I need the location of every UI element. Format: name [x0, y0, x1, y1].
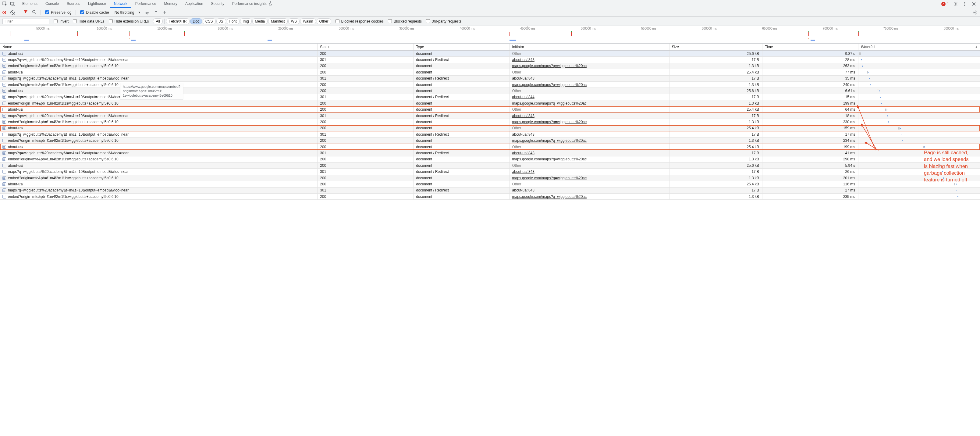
tab-memory[interactable]: Memory — [160, 0, 181, 8]
col-type[interactable]: Type — [414, 43, 509, 51]
initiator-link[interactable]: about-us/:843 — [512, 169, 535, 174]
initiator-link[interactable]: maps.google.com/maps?q=wigglebutts%20ac — [512, 83, 587, 87]
table-row[interactable]: embed?origin=mfe&pb=!1m4!2m1!1swigglebut… — [0, 175, 980, 181]
initiator-link[interactable]: about-us/:843 — [512, 133, 535, 137]
col-status[interactable]: Status — [318, 43, 414, 51]
tab-security[interactable]: Security — [207, 0, 228, 8]
errors-badge[interactable]: ✕1 — [941, 2, 949, 6]
device-toggle-icon[interactable] — [10, 2, 15, 6]
record-button[interactable] — [2, 11, 6, 14]
initiator-link[interactable]: about-us/:844 — [512, 95, 535, 99]
pill-all[interactable]: All — [153, 18, 162, 24]
network-conditions-icon[interactable] — [145, 10, 150, 14]
pill-fetchxhr[interactable]: Fetch/XHR — [166, 18, 189, 24]
table-row[interactable]: about-us/200documentOther25.4 kB159 ms — [0, 125, 980, 131]
table-row[interactable]: embed?origin=mfe&pb=!1m4!2m1!1swigglebut… — [0, 193, 980, 200]
document-icon — [2, 133, 6, 136]
settings-gear-icon[interactable] — [953, 2, 958, 6]
inspect-icon[interactable] — [2, 2, 7, 6]
preserve-log-checkbox[interactable]: Preserve log — [45, 10, 71, 14]
blocked-cookies-checkbox[interactable]: Blocked response cookies — [336, 19, 383, 24]
initiator-link[interactable]: about-us/:843 — [512, 188, 535, 192]
initiator-link[interactable]: maps.google.com/maps?q=wigglebutts%20ac — [512, 101, 587, 105]
initiator-link[interactable]: maps.google.com/maps?q=wigglebutts%20ac — [512, 176, 587, 180]
clear-button[interactable] — [10, 10, 14, 14]
close-devtools-icon[interactable] — [972, 2, 976, 6]
cell-type: document — [414, 193, 509, 200]
initiator-link[interactable]: about-us/:843 — [512, 57, 535, 62]
table-row[interactable]: about-us/200documentOther25.6 kB5.94 s — [0, 163, 980, 169]
hide-data-urls-checkbox[interactable]: Hide data URLs — [73, 19, 105, 24]
hide-extension-urls-checkbox[interactable]: Hide extension URLs — [109, 19, 149, 24]
cell-type: document — [414, 69, 509, 75]
pill-manifest[interactable]: Manifest — [268, 18, 287, 24]
throttling-select[interactable]: No throttling ▼ — [113, 10, 141, 15]
waterfall-bar — [885, 109, 886, 111]
disable-cache-checkbox[interactable]: Disable cache — [80, 10, 109, 14]
pill-img[interactable]: Img — [240, 18, 252, 24]
table-row[interactable]: maps?q=wigglebutts%20academy&t=m&z=10&ou… — [0, 75, 980, 81]
table-row[interactable]: embed?origin=mfe&pb=!1m4!2m1!1swigglebut… — [0, 100, 980, 106]
col-waterfall[interactable]: Waterfall — [858, 43, 980, 51]
pill-wasm[interactable]: Wasm — [300, 18, 316, 24]
table-row[interactable]: maps?q=wigglebutts%20academy&t=m&z=10&ou… — [0, 187, 980, 193]
blocked-requests-checkbox[interactable]: Blocked requests — [388, 19, 422, 24]
document-icon — [2, 70, 6, 74]
initiator-link[interactable]: maps.google.com/maps?q=wigglebutts%20ac — [512, 157, 587, 161]
pill-js[interactable]: JS — [216, 18, 226, 24]
initiator-link[interactable]: maps.google.com/maps?q=wigglebutts%20ac — [512, 120, 587, 124]
initiator-link[interactable]: maps.google.com/maps?q=wigglebutts%20ac — [512, 195, 587, 199]
table-row[interactable]: about-us/200documentOther25.4 kB77 ms — [0, 69, 980, 75]
tab-console[interactable]: Console — [41, 0, 63, 8]
import-har-icon[interactable] — [162, 10, 167, 14]
table-row[interactable]: embed?origin=mfe&pb=!1m4!2m1!1swigglebut… — [0, 137, 980, 144]
third-party-checkbox[interactable]: 3rd-party requests — [426, 19, 461, 24]
invert-checkbox[interactable]: Invert — [54, 19, 68, 24]
search-icon[interactable] — [32, 10, 36, 15]
col-time[interactable]: Time — [762, 43, 858, 51]
table-row[interactable]: embed?origin=mfe&pb=!1m4!2m1!1swigglebut… — [0, 63, 980, 69]
table-row[interactable]: maps?q=wigglebutts%20academy&t=m&z=10&ou… — [0, 112, 980, 118]
tab-application[interactable]: Application — [181, 0, 207, 8]
initiator-link[interactable]: about-us/:843 — [512, 114, 535, 118]
table-row[interactable]: maps?q=wigglebutts%20academy&t=m&z=10&ou… — [0, 150, 980, 156]
tab-lighthouse[interactable]: Lighthouse — [84, 0, 110, 8]
tab-performance[interactable]: Performance — [131, 0, 160, 8]
tab-network[interactable]: Network — [110, 0, 131, 8]
table-row[interactable]: maps?q=wigglebutts%20academy&t=m&z=10&ou… — [0, 131, 980, 137]
table-row[interactable]: about-us/200documentOther25.4 kB199 ms — [0, 144, 980, 150]
tab-sources[interactable]: Sources — [63, 0, 84, 8]
table-row[interactable]: maps?q=wigglebutts%20academy&t=m&z=10&ou… — [0, 57, 980, 63]
blocked-cookies-label: Blocked response cookies — [341, 19, 383, 24]
pill-font[interactable]: Font — [227, 18, 240, 24]
tab-elements[interactable]: Elements — [18, 0, 41, 8]
pill-media[interactable]: Media — [252, 18, 268, 24]
pill-other[interactable]: Other — [317, 18, 331, 24]
initiator-link[interactable]: maps.google.com/maps?q=wigglebutts%20ac — [512, 139, 587, 143]
filter-toggle-icon[interactable] — [24, 10, 28, 15]
tab-performance-insights[interactable]: Performance insights — [228, 0, 276, 8]
pill-ws[interactable]: WS — [288, 18, 299, 24]
request-name: about-us/ — [8, 107, 23, 112]
table-row[interactable]: about-us/200documentOther25.4 kB116 ms — [0, 181, 980, 187]
col-name[interactable]: Name — [0, 43, 318, 51]
pill-doc[interactable]: Doc — [190, 18, 202, 24]
more-menu-icon[interactable] — [963, 2, 967, 6]
network-settings-gear-icon[interactable] — [973, 10, 978, 15]
col-size[interactable]: Size — [669, 43, 762, 51]
table-row[interactable]: embed?origin=mfe&pb=!1m4!2m1!1swigglebut… — [0, 156, 980, 162]
initiator-link[interactable]: about-us/:843 — [512, 151, 535, 155]
table-row[interactable]: embed?origin=mfe&pb=!1m4!2m1!1swigglebut… — [0, 119, 980, 125]
table-row[interactable]: about-us/200documentOther25.6 kB9.87 s — [0, 51, 980, 57]
col-initiator[interactable]: Initiator — [509, 43, 669, 51]
initiator-link[interactable]: maps.google.com/maps?q=wigglebutts%20ac — [512, 64, 587, 68]
filter-input[interactable] — [2, 19, 49, 24]
cell-time: 41 ms — [762, 150, 858, 156]
export-har-icon[interactable] — [154, 10, 158, 14]
cell-type: document — [414, 119, 509, 125]
initiator-link[interactable]: about-us/:843 — [512, 76, 535, 80]
pill-css[interactable]: CSS — [203, 18, 216, 24]
timeline-overview[interactable]: 50000 ms100000 ms150000 ms200000 ms25000… — [0, 26, 980, 43]
table-row[interactable]: maps?q=wigglebutts%20academy&t=m&z=10&ou… — [0, 169, 980, 175]
table-row[interactable]: about-us/200documentOther25.4 kB64 ms — [0, 106, 980, 112]
